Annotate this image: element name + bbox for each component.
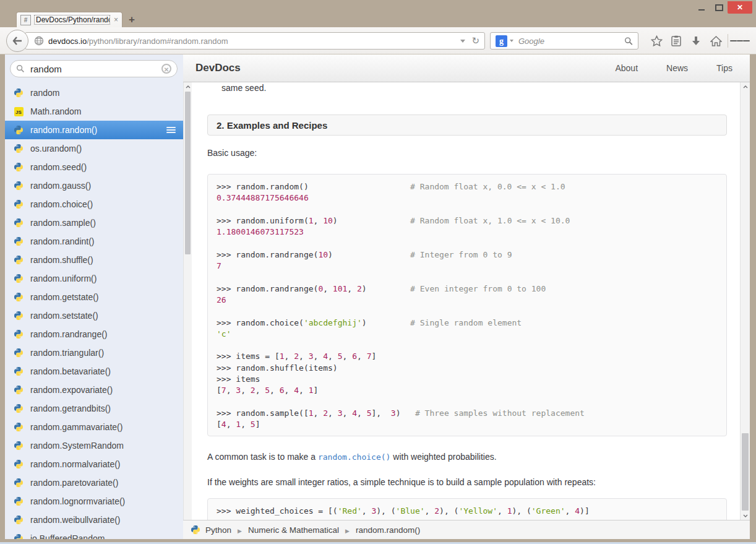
- code-token: ): [328, 250, 410, 259]
- code-line: 7: [217, 261, 718, 272]
- web-search-box[interactable]: g: [490, 32, 638, 50]
- sidebar-search-box[interactable]: ✕: [10, 60, 178, 77]
- code-token: ), (: [512, 506, 531, 516]
- code-token: ,: [425, 506, 435, 516]
- sidebar-item-os-urandom[interactable]: os.urandom(): [5, 139, 183, 158]
- python-icon: [14, 422, 24, 432]
- sidebar-scrollbar[interactable]: [183, 82, 192, 520]
- code-token: ,: [241, 386, 251, 395]
- list-handle-icon[interactable]: [166, 126, 176, 134]
- code-token: ]: [314, 386, 319, 395]
- sidebar-item-random-shuffle[interactable]: random.shuffle(): [5, 251, 183, 269]
- sidebar-item-random-choice[interactable]: random.choice(): [5, 195, 183, 214]
- tab-close-icon[interactable]: ×: [114, 15, 118, 24]
- sidebar-item-math-random[interactable]: JSMath.random: [5, 102, 183, 121]
- code-token: 2: [323, 408, 328, 418]
- code-token: >>> weighted_choices = [(: [217, 506, 338, 516]
- python-icon: [14, 496, 24, 506]
- sidebar-item-random-weibullvariate[interactable]: random.weibullvariate(): [5, 511, 183, 529]
- code-block-examples: >>> random.random() # Random float x, 0.…: [207, 174, 727, 436]
- header-link-tips[interactable]: Tips: [716, 63, 732, 73]
- sidebar-item-random-uniform[interactable]: random.uniform(): [5, 269, 183, 288]
- sidebar-item-label: random.getstate(): [30, 292, 99, 302]
- content-scrollbar-thumb[interactable]: [742, 433, 749, 511]
- code-token: ,: [226, 420, 236, 429]
- code-token: 1: [309, 408, 314, 418]
- code-token: 4: [221, 420, 226, 429]
- sidebar-item-random-systemrandom[interactable]: random.SystemRandom: [5, 436, 183, 455]
- new-tab-button[interactable]: +: [129, 14, 135, 26]
- sidebar-item-random-seed[interactable]: random.seed(): [5, 158, 183, 176]
- code-token: ]: [256, 420, 260, 429]
- browser-tab[interactable]: # DevDocs/Python/random.r... ×: [16, 12, 122, 27]
- sidebar-item-random-expovariate[interactable]: random.expovariate(): [5, 381, 183, 399]
- code-token: ): [362, 318, 410, 327]
- menu-button[interactable]: [730, 32, 750, 50]
- python-icon: [14, 478, 24, 488]
- sidebar-search-input[interactable]: [29, 63, 161, 75]
- scroll-up-icon[interactable]: [184, 82, 192, 91]
- content-scrollbar[interactable]: [740, 82, 750, 520]
- search-engine-dropdown-icon[interactable]: [510, 40, 513, 42]
- url-bar[interactable]: devdocs.io/python/library/random#random.…: [25, 32, 485, 50]
- scroll-up-icon[interactable]: [741, 82, 750, 91]
- code-token: 2: [251, 386, 256, 395]
- breadcrumb-item-numeric-mathematical[interactable]: Numeric & Mathematical: [248, 525, 339, 535]
- home-button[interactable]: [706, 32, 726, 50]
- header-link-about[interactable]: About: [615, 63, 638, 73]
- scroll-down-icon[interactable]: [741, 511, 750, 520]
- sidebar-item-random-lognormvariate[interactable]: random.lognormvariate(): [5, 492, 183, 511]
- sidebar-item-random-betavariate[interactable]: random.betavariate(): [5, 362, 183, 381]
- maximize-button[interactable]: [710, 1, 728, 14]
- search-magnifier-icon[interactable]: [624, 37, 633, 46]
- code-line: [217, 340, 718, 351]
- code-token: ,: [343, 408, 353, 418]
- code-token: ,: [285, 386, 294, 395]
- downloads-button[interactable]: [686, 32, 706, 50]
- random-choice-link[interactable]: random.choice(): [318, 452, 390, 462]
- devdocs-brand[interactable]: DevDocs: [195, 62, 241, 74]
- sidebar-item-label: random.random(): [30, 125, 97, 135]
- code-token: 5: [251, 420, 256, 429]
- sidebar-item-random[interactable]: random: [5, 84, 183, 102]
- breadcrumb-item-python[interactable]: Python: [205, 525, 231, 535]
- code-token: 'c': [217, 329, 231, 339]
- sidebar-item-random-randrange[interactable]: random.randrange(): [5, 325, 183, 343]
- code-line: >>> items: [217, 374, 718, 385]
- sidebar-item-random-gammavariate[interactable]: random.gammavariate(): [5, 418, 183, 436]
- url-dropdown-icon[interactable]: [460, 40, 465, 43]
- sidebar-item-random-triangular[interactable]: random.triangular(): [5, 343, 183, 362]
- code-token: 10: [323, 216, 333, 225]
- web-search-input[interactable]: [517, 36, 624, 46]
- python-icon: [14, 88, 24, 98]
- sidebar-item-random-randint[interactable]: random.randint(): [5, 232, 183, 251]
- close-button[interactable]: ✕: [728, 1, 752, 14]
- sidebar-item-random-paretovariate[interactable]: random.paretovariate(): [5, 473, 183, 492]
- toolbar-separator: [728, 34, 728, 48]
- code-line: [217, 204, 718, 215]
- sidebar-item-random-sample[interactable]: random.sample(): [5, 214, 183, 232]
- sidebar-item-random-getstate[interactable]: random.getstate(): [5, 288, 183, 306]
- sidebar-item-random-getrandbits[interactable]: random.getrandbits(): [5, 399, 183, 418]
- python-icon: [14, 236, 24, 246]
- clear-search-icon[interactable]: ✕: [161, 64, 171, 74]
- code-token: 4: [294, 386, 299, 395]
- code-token: >>> random.random(): [217, 182, 410, 191]
- back-button[interactable]: [6, 30, 28, 52]
- bookmark-star-button[interactable]: [646, 32, 666, 50]
- bookmarks-list-button[interactable]: [666, 32, 686, 50]
- sidebar-item-label: random.seed(): [30, 162, 87, 172]
- sidebar-item-random-setstate[interactable]: random.setstate(): [5, 306, 183, 325]
- code-token: ,: [314, 216, 324, 225]
- sidebar-item-io-bufferedrandom[interactable]: io.BufferedRandom: [5, 529, 183, 539]
- sidebar-item-random-gauss[interactable]: random.gauss(): [5, 176, 183, 195]
- header-link-news[interactable]: News: [666, 63, 688, 73]
- code-token: ,: [323, 284, 333, 293]
- sidebar-item-random-normalvariate[interactable]: random.normalvariate(): [5, 455, 183, 473]
- minimize-button[interactable]: [693, 1, 710, 14]
- python-icon: [14, 404, 24, 413]
- reload-button[interactable]: ↻: [471, 35, 479, 46]
- breadcrumb-item-random-random[interactable]: random.random(): [356, 525, 420, 535]
- sidebar-item-random-random[interactable]: random.random(): [5, 121, 183, 139]
- sidebar-scrollbar-thumb[interactable]: [185, 92, 191, 254]
